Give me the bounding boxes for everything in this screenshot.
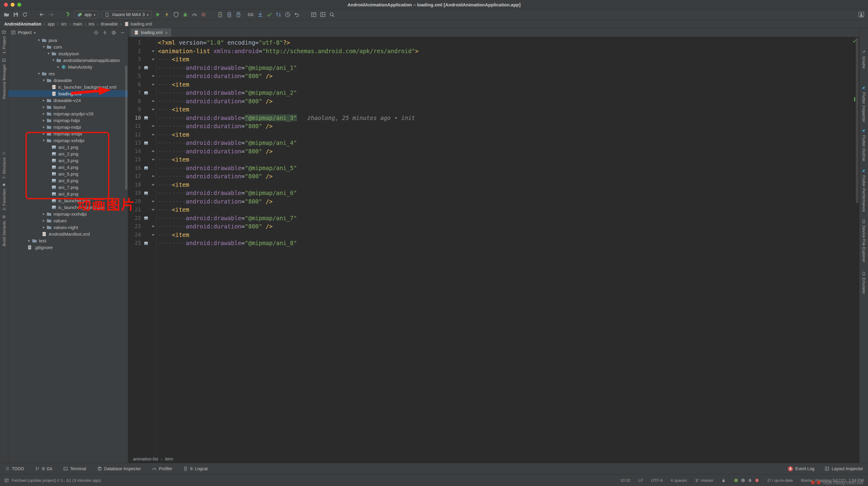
error-indicator-icon[interactable] [755,478,759,483]
code-line-14[interactable]: 14········android:duration="800" /> [128,147,859,156]
project-panel-title[interactable]: Project [18,30,32,35]
history-icon[interactable] [285,11,291,18]
tool-stripe-flutter-performance[interactable]: Flutter Performance [862,169,866,212]
tree-item-ani-6-png[interactable]: ani_6.png [8,177,128,184]
line-number[interactable]: 18 [128,181,142,189]
code-line-11[interactable]: 11········android:duration="800" /> [128,122,859,131]
close-tab-icon[interactable] [165,30,168,35]
expand-arrow-icon[interactable]: ▾ [36,38,41,42]
breadcrumb-item-src[interactable]: src [61,22,67,26]
bottom-tab-database-inspector[interactable]: Database Inspector [97,466,141,471]
expand-arrow-icon[interactable]: ▸ [41,212,46,216]
encoding-indicator[interactable]: UTF-8 [651,478,663,483]
tree-item-values[interactable]: ▸values [8,217,128,224]
device-select[interactable]: Xiaomi MI MAX 3 [101,11,152,19]
code-line-5[interactable]: 5········android:duration="800" /> [128,72,859,81]
line-ending-indicator[interactable]: LF [639,478,643,483]
line-number[interactable]: 1 [128,38,142,47]
code-line-16[interactable]: 16········android:drawable="@mipmap/ani_… [128,164,859,173]
fold-open-icon[interactable] [150,206,157,214]
locate-file-icon[interactable] [94,30,99,35]
fold-close-icon[interactable] [150,97,157,106]
expand-arrow-icon[interactable]: ▾ [41,44,46,49]
bottom-tab-6-logcat[interactable]: 6: Logcat [183,466,208,471]
code-line-6[interactable]: 6····<item [128,81,859,89]
indent-indicator[interactable]: 4 spaces [671,478,687,483]
run-with-coverage-button[interactable] [173,11,179,18]
fold-close-icon[interactable] [150,147,157,156]
tool-stripe-gradle[interactable]: Gradle [862,50,866,69]
line-number[interactable]: 10 [128,114,142,122]
fold-close-icon[interactable] [150,122,157,131]
drawable-preview-icon[interactable] [142,89,150,97]
tree-item-mipmap-anydpi-v26[interactable]: ▸mipmap-anydpi-v26 [8,110,128,117]
breadcrumb-item-main[interactable]: main [73,22,82,26]
code-line-25[interactable]: 25········android:drawable="@mipmap/ani_… [128,239,859,248]
line-number[interactable]: 14 [128,147,142,156]
expand-arrow-icon[interactable]: ▸ [56,65,61,69]
breadcrumb-item-drawable[interactable]: drawable [100,22,118,26]
chevron-down-icon[interactable] [34,30,35,35]
bottom-tab-todo[interactable]: TODO [5,466,24,471]
project-scrollbar[interactable] [125,65,127,190]
line-number[interactable]: 5 [128,72,142,81]
expand-arrow-icon[interactable]: ▾ [46,51,51,56]
close-window-button[interactable] [4,3,8,7]
breadcrumb-item-app[interactable]: app [48,22,55,26]
git-update-button[interactable] [257,11,263,18]
fold-open-icon[interactable] [150,105,157,114]
expand-arrow-icon[interactable]: ▸ [41,131,46,136]
tree-item-androidanimationapplication[interactable]: ▾androidanimationapplication [8,57,128,63]
editor-scrollbar[interactable] [856,38,859,203]
tree-item-mainactivity[interactable]: ▸CMainActivity [8,63,128,70]
line-number[interactable]: 3 [128,55,142,64]
editor-breadcrumb-animation-list[interactable]: animation-list [133,457,158,461]
bottom-tab-layout-inspector[interactable]: Layout Inspector [825,466,863,472]
line-number[interactable]: 17 [128,172,142,181]
code-line-1[interactable]: 1<?xml version="1.0" encoding="utf-8"?> [128,38,859,47]
line-number[interactable]: 21 [128,206,142,214]
tree-item-java[interactable]: ▾java [8,37,128,43]
code-line-20[interactable]: 20········android:duration="800" /> [128,198,859,206]
tree-item-test[interactable]: ▸test [8,237,128,244]
code-line-23[interactable]: 23········android:duration="800" /> [128,222,859,231]
expand-arrow-icon[interactable]: ▾ [36,71,41,75]
expand-arrow-icon[interactable]: ▸ [41,105,46,109]
code-line-9[interactable]: 9····<item [128,105,859,114]
run-button[interactable] [155,11,161,18]
tree-item-drawable[interactable]: ▾drawable [8,77,128,84]
fold-open-icon[interactable] [150,55,157,64]
tree-item-ic-launcher-round-png[interactable]: ic_launcher_round.png [8,204,128,211]
line-number[interactable]: 19 [128,189,142,198]
fold-open-icon[interactable] [150,181,157,189]
feedback-smiley-icon[interactable] [741,478,745,483]
gear-icon[interactable] [111,30,116,35]
line-number[interactable]: 4 [128,64,142,72]
code-line-19[interactable]: 19········android:drawable="@mipmap/ani_… [128,189,859,198]
zoom-window-button[interactable] [17,3,21,7]
line-number[interactable]: 7 [128,89,142,97]
tool-stripe-1-project[interactable]: 1: Project [2,30,6,54]
expand-arrow-icon[interactable]: ▸ [41,112,46,116]
editor-tab-loading-xml[interactable]: loading.xml [131,28,171,37]
hide-panel-icon[interactable] [120,30,125,35]
tree-item-mipmap-hdpi[interactable]: ▸mipmap-hdpi [8,117,128,124]
tree-item-ic-launcher-background-xml[interactable]: ic_launcher_background.xml [8,84,128,90]
line-number[interactable]: 13 [128,139,142,147]
build-icon[interactable] [65,11,71,18]
drawable-preview-icon[interactable] [142,214,150,223]
fold-close-icon[interactable] [150,72,157,81]
drawable-preview-icon[interactable] [142,139,150,147]
tree-item-mipmap-xhdpi[interactable]: ▸mipmap-xhdpi [8,130,128,137]
git-commit-button[interactable] [266,11,272,18]
line-number[interactable]: 8 [128,97,142,106]
open-file-icon[interactable] [4,11,10,18]
run-on-device-icon[interactable] [217,11,223,18]
bottom-tab-event-log[interactable]: 6Event Log [788,466,814,472]
breadcrumb-item-res[interactable]: res [88,22,94,26]
git-branch-widget[interactable]: master [695,478,713,483]
fold-close-icon[interactable] [150,222,157,231]
tree-item-loading-xml[interactable]: loading.xml [8,90,128,97]
tree-item-ani-3-png[interactable]: ani_3.png [8,157,128,164]
layout-editor-icon[interactable] [320,11,326,18]
